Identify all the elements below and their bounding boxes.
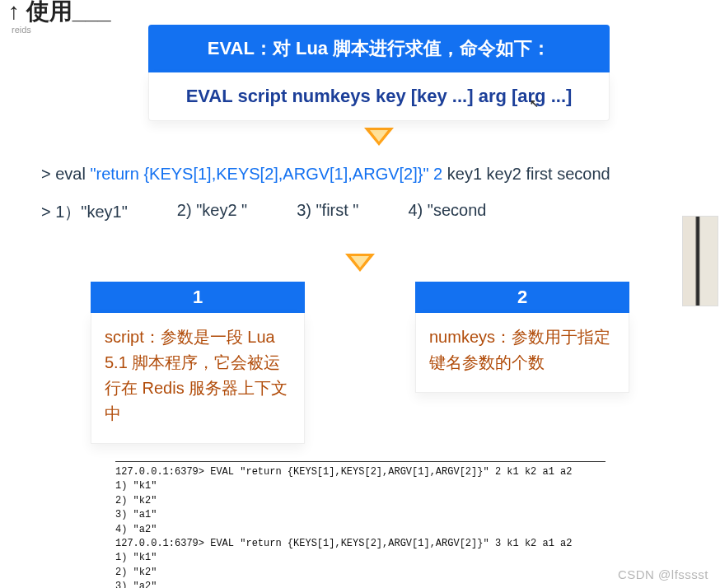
cursor-icon: ↖ <box>530 97 539 110</box>
eval-output-line: > 1）"key1" 2) "key2 " 3) "first " 4) "se… <box>41 201 486 223</box>
box-2-body: numkeys：参数用于指定键名参数的个数 <box>415 313 629 393</box>
eval-out-1: > 1）"key1" <box>41 201 128 223</box>
term-line: 3) "a2" <box>115 580 605 588</box>
eval-out-3: 3) "first " <box>297 201 358 223</box>
eval-example-line: > eval "return {KEYS[1],KEYS[2],ARGV[1],… <box>41 165 610 184</box>
hero-syntax-text: EVAL script numkeys key [key ...] arg [a… <box>186 86 573 106</box>
term-line: 1) "k1" <box>115 551 605 565</box>
term-line: 2) "k2" <box>115 494 605 508</box>
eval-prefix: > eval <box>41 165 90 183</box>
eval-out-2: 2) "key2 " <box>177 201 247 223</box>
reids-label: reids <box>12 25 31 35</box>
term-line: 4) "a2" <box>115 523 605 537</box>
term-line: 127.0.0.1:6379> EVAL "return {KEYS[1],KE… <box>115 465 605 479</box>
down-arrow-icon <box>364 128 394 146</box>
eval-quoted: "return {KEYS[1],KEYS[2],ARGV[1],ARGV[2]… <box>90 165 428 183</box>
page-top-fragment: ↑ 使用___ <box>8 0 111 23</box>
down-arrow-icon <box>345 254 375 272</box>
term-line: 2) "k2" <box>115 566 605 580</box>
box-1: 1 script：参数是一段 Lua 5.1 脚本程序，它会被运行在 Redis… <box>91 282 305 444</box>
box-2: 2 numkeys：参数用于指定键名参数的个数 <box>415 282 629 444</box>
watermark: CSDN @lfsssst <box>618 567 708 581</box>
hero-title: EVAL：对 Lua 脚本进行求值，命令如下： <box>148 25 610 72</box>
term-line: 1) "k1" <box>115 479 605 493</box>
mid-arrow-wrap <box>0 247 720 272</box>
eval-numkeys: 2 <box>433 165 442 183</box>
hero-card: EVAL：对 Lua 脚本进行求值，命令如下： EVAL script numk… <box>148 25 610 146</box>
term-line: 3) "a1" <box>115 508 605 522</box>
eval-out-4: 4) "second <box>408 201 486 223</box>
eval-rest: key1 key2 first second <box>442 165 610 183</box>
box-2-head: 2 <box>415 282 629 313</box>
terminal-block: 127.0.0.1:6379> EVAL "return {KEYS[1],KE… <box>115 461 605 588</box>
box-1-head: 1 <box>91 282 305 313</box>
boxes-row: 1 script：参数是一段 Lua 5.1 脚本程序，它会被运行在 Redis… <box>0 282 720 444</box>
hero-syntax: EVAL script numkeys key [key ...] arg [a… <box>148 72 610 121</box>
box-1-body: script：参数是一段 Lua 5.1 脚本程序，它会被运行在 Redis 服… <box>91 313 305 444</box>
term-line: 127.0.0.1:6379> EVAL "return {KEYS[1],KE… <box>115 537 605 551</box>
